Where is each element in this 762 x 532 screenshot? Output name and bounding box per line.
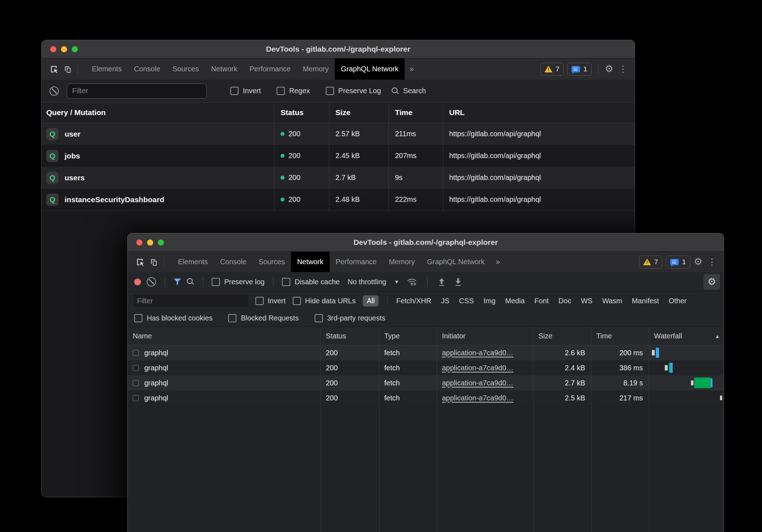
type-filter-js[interactable]: JS: [441, 297, 449, 305]
device-toolbar-icon[interactable]: [61, 62, 75, 76]
blocked-requests-checkbox[interactable]: Blocked Requests: [228, 314, 298, 322]
row-checkbox[interactable]: [133, 380, 139, 386]
more-tabs-icon[interactable]: »: [405, 65, 419, 74]
more-tabs-icon[interactable]: »: [491, 257, 505, 267]
row-checkbox[interactable]: [133, 365, 139, 371]
export-har-icon[interactable]: [453, 276, 464, 288]
type-filter-ws[interactable]: WS: [581, 297, 592, 305]
tab-sources[interactable]: Sources: [166, 58, 205, 80]
has-blocked-cookies-checkbox[interactable]: Has blocked cookies: [134, 314, 212, 322]
regex-checkbox[interactable]: Regex: [277, 87, 310, 95]
clear-network-log-icon[interactable]: [147, 277, 156, 286]
tab-memory[interactable]: Memory: [383, 252, 421, 272]
type-filter-fetch-xhr[interactable]: Fetch/XHR: [396, 297, 431, 305]
record-button[interactable]: [134, 279, 141, 285]
column-header-status[interactable]: Status: [274, 103, 329, 123]
initiator-link[interactable]: application-a7ca9d0…: [442, 364, 513, 372]
issues-badge[interactable]: 1: [567, 63, 592, 76]
graphql-filter-bar: Filter Invert Regex Preserve Log Search: [42, 80, 635, 103]
tab-performance[interactable]: Performance: [244, 58, 297, 80]
type-filter-css[interactable]: CSS: [459, 297, 474, 305]
column-header-url[interactable]: URL: [443, 103, 635, 123]
column-header-initiator[interactable]: Initiator: [437, 327, 533, 345]
device-toolbar-icon[interactable]: [147, 255, 161, 269]
clear-icon[interactable]: [50, 86, 59, 96]
row-checkbox[interactable]: [133, 350, 139, 356]
table-row[interactable]: graphql 200 fetch application-a7ca9d0… 2…: [128, 360, 724, 375]
tab-graphql-network[interactable]: GraphQL Network: [335, 58, 404, 80]
disable-cache-checkbox[interactable]: Disable cache: [282, 278, 340, 286]
type-filter-all[interactable]: All: [363, 295, 378, 307]
title-bar[interactable]: DevTools - gitlab.com/-/graphql-explorer: [128, 233, 724, 252]
table-row[interactable]: Qjobs 200 2.45 kB 207ms https://gitlab.c…: [42, 145, 635, 167]
type-filter-other[interactable]: Other: [669, 297, 687, 305]
status-ok-icon: [281, 176, 284, 180]
warnings-badge[interactable]: ! 7: [639, 256, 663, 269]
type-filter-manifest[interactable]: Manifest: [632, 297, 659, 305]
column-header-time[interactable]: Time: [389, 103, 443, 123]
kebab-menu-icon[interactable]: ⋮: [617, 65, 629, 73]
title-bar[interactable]: DevTools - gitlab.com/-/graphql-explorer: [42, 40, 635, 58]
warning-icon: !: [643, 258, 651, 265]
invert-checkbox[interactable]: Invert: [255, 297, 286, 305]
settings-gear-icon[interactable]: ⚙: [605, 64, 613, 74]
inspect-element-icon[interactable]: [47, 62, 61, 76]
import-har-icon[interactable]: [436, 276, 447, 288]
column-header-status[interactable]: Status: [321, 327, 379, 345]
tab-elements[interactable]: Elements: [172, 252, 214, 272]
checkbox-icon: [326, 87, 334, 95]
tab-console[interactable]: Console: [214, 252, 252, 272]
tab-elements[interactable]: Elements: [86, 58, 128, 80]
settings-gear-icon[interactable]: ⚙: [694, 257, 702, 267]
table-row[interactable]: graphql 200 fetch application-a7ca9d0… 2…: [128, 390, 724, 405]
hide-data-urls-checkbox[interactable]: Hide data URLs: [293, 297, 356, 305]
column-header-query[interactable]: Query / Mutation: [42, 103, 274, 123]
filter-funnel-icon[interactable]: [174, 279, 181, 285]
size-value: 2.6 kB: [533, 345, 591, 360]
type-filter-media[interactable]: Media: [505, 297, 525, 305]
column-header-type[interactable]: Type: [379, 327, 437, 345]
table-row[interactable]: graphql 200 fetch application-a7ca9d0… 2…: [128, 375, 724, 390]
tab-network[interactable]: Network: [291, 252, 329, 272]
initiator-link[interactable]: application-a7ca9d0…: [442, 349, 513, 357]
column-header-size[interactable]: Size: [533, 327, 591, 345]
preserve-log-checkbox[interactable]: Preserve Log: [326, 87, 381, 95]
issues-badge[interactable]: 1: [666, 256, 690, 269]
invert-checkbox[interactable]: Invert: [230, 87, 261, 95]
column-header-waterfall[interactable]: Waterfall ▲: [649, 327, 724, 345]
tab-network[interactable]: Network: [205, 58, 243, 80]
type-filter-doc[interactable]: Doc: [559, 297, 572, 305]
row-checkbox[interactable]: [133, 395, 139, 401]
filter-input[interactable]: Filter: [67, 84, 207, 99]
column-header-size[interactable]: Size: [329, 103, 389, 123]
type-value: fetch: [379, 360, 437, 375]
network-settings-gear-icon[interactable]: ⚙: [704, 274, 720, 290]
search-icon[interactable]: [187, 278, 194, 285]
tab-sources[interactable]: Sources: [253, 252, 291, 272]
type-filter-img[interactable]: Img: [484, 297, 495, 305]
kebab-menu-icon[interactable]: ⋮: [706, 257, 718, 266]
initiator-link[interactable]: application-a7ca9d0…: [442, 379, 513, 387]
table-row[interactable]: Quser 200 2.57 kB 211ms https://gitlab.c…: [42, 123, 635, 145]
tab-memory[interactable]: Memory: [297, 58, 335, 80]
column-header-name[interactable]: Name: [128, 327, 321, 345]
type-filter-wasm[interactable]: Wasm: [602, 297, 622, 305]
tab-graphql-network[interactable]: GraphQL Network: [421, 252, 490, 272]
tab-performance[interactable]: Performance: [330, 252, 383, 272]
third-party-requests-checkbox[interactable]: 3rd-party requests: [315, 314, 385, 322]
inspect-element-icon[interactable]: [133, 255, 147, 269]
column-header-time[interactable]: Time: [591, 327, 649, 345]
tab-console[interactable]: Console: [128, 58, 166, 80]
preserve-log-checkbox[interactable]: Preserve log: [212, 278, 264, 286]
network-filter-input[interactable]: Filter: [133, 295, 248, 307]
type-filter-font[interactable]: Font: [535, 297, 549, 305]
chat-icon: [670, 259, 679, 265]
initiator-link[interactable]: application-a7ca9d0…: [442, 394, 513, 402]
warnings-badge[interactable]: ! 7: [540, 63, 564, 76]
throttling-select[interactable]: No throttling ▼: [348, 278, 399, 286]
network-conditions-icon[interactable]: [405, 275, 419, 289]
search-toggle[interactable]: Search: [392, 87, 426, 95]
table-row[interactable]: QinstanceSecurityDashboard 200 2.48 kB 2…: [42, 189, 635, 210]
table-row[interactable]: graphql 200 fetch application-a7ca9d0… 2…: [128, 345, 724, 360]
table-row[interactable]: Qusers 200 2.7 kB 9s https://gitlab.com/…: [42, 167, 635, 189]
